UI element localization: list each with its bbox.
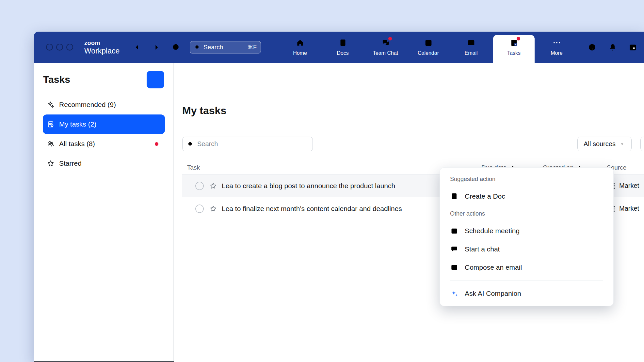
task-complete-checkbox[interactable] [195,181,204,190]
menu-item-create-doc[interactable]: Create a Doc [440,187,613,205]
docs-icon [338,38,347,47]
sidebar-item-recommended[interactable]: Recommended (9) [43,95,165,114]
zoom-workplace-window: zoom Workplace Search ⌘F [34,32,644,362]
page-title: My tasks [182,105,226,117]
menu-divider [450,280,603,280]
task-actions-menu: Suggested action Create a Doc Other acti… [440,167,614,306]
back-button[interactable] [133,43,141,53]
sidebar-item-all-tasks[interactable]: All tasks (8) [43,134,165,154]
sidebar-item-label: All tasks (8) [59,140,95,148]
team-chat-notification-dot [388,37,392,40]
star-icon [47,159,55,167]
top-header: zoom Workplace Search ⌘F [34,32,644,63]
calendar-icon [424,38,433,47]
chat-bubble-icon [450,245,459,253]
sidebar-item-label: Starred [59,159,82,167]
email-icon [467,38,476,47]
sources-filter-dropdown[interactable]: All sources [577,137,632,151]
menu-item-ask-ai-companion[interactable]: Ask AI Companion [440,284,613,303]
sparkles-icon [47,101,55,109]
nav-home[interactable]: Home [279,32,321,63]
sources-filter-label: All sources [584,140,616,148]
nav-calendar[interactable]: Calendar [407,32,450,63]
window-close-button[interactable] [46,44,53,51]
task-search-input[interactable] [197,140,308,148]
add-task-button[interactable] [189,227,198,235]
nav-docs[interactable]: Docs [321,32,364,63]
window-bottom-edge [34,361,174,362]
help-button[interactable] [588,43,597,53]
sidebar-title: Tasks [43,74,70,85]
global-search-placeholder: Search [203,44,223,51]
star-task-button[interactable] [209,205,217,213]
nav-team-chat-label: Team Chat [373,51,398,56]
home-icon [296,38,305,47]
nav-email[interactable]: Email [450,32,492,63]
nav-team-chat[interactable]: Team Chat [364,32,407,63]
nav-email-label: Email [464,51,477,56]
people-icon [47,140,55,148]
zoom-logo-text: zoom [84,40,120,46]
my-tasks-icon [47,120,55,128]
task-title: Lea to create a blog post to announce th… [222,182,395,190]
star-task-button[interactable] [209,182,217,190]
all-tasks-notification-dot [155,142,158,146]
bell-icon [608,43,617,52]
sidebar-item-label: Recommended (9) [59,101,116,109]
nav-tasks-label: Tasks [507,51,521,56]
top-navigation: Home Docs Team Chat [279,32,578,63]
nav-more[interactable]: More [535,32,578,63]
zoom-workplace-logo: zoom Workplace [84,40,120,55]
forward-button[interactable] [152,43,161,53]
tasks-notification-dot [517,37,520,40]
task-search[interactable] [182,137,313,151]
nav-home-label: Home [293,51,307,56]
menu-item-start-chat[interactable]: Start a chat [440,240,613,258]
nav-calendar-label: Calendar [418,51,439,56]
chevron-right-icon [152,43,161,52]
suggested-action-label: Suggested action [440,171,613,187]
envelope-icon [450,263,459,272]
sidebar-item-my-tasks[interactable]: My tasks (2) [43,114,165,134]
history-button[interactable] [171,42,180,53]
column-header-task: Task [187,164,200,171]
other-actions-label: Other actions [440,205,613,222]
menu-item-compose-email[interactable]: Compose an email [440,258,613,277]
calendar-date-icon [628,43,637,52]
nav-more-label: More [551,51,562,56]
window-controls [46,44,73,51]
help-icon [588,43,597,52]
search-icon [187,141,194,148]
search-shortcut: ⌘F [247,44,257,51]
task-complete-checkbox[interactable] [195,204,204,213]
plus-icon [151,75,160,84]
chevron-down-icon [619,141,625,147]
doc-icon [450,192,459,201]
calendar-panel-button[interactable] [628,43,637,53]
calendar-plus-icon [450,227,459,235]
nav-tasks[interactable]: Tasks [492,32,535,63]
chevron-left-icon [133,43,141,52]
desktop: zoom Workplace Search ⌘F [0,0,644,362]
window-minimize-button[interactable] [56,44,63,51]
task-title: Lea to finalize next month’s content cal… [222,205,402,213]
source-label: Market [619,205,639,212]
global-search[interactable]: Search ⌘F [190,41,261,53]
workplace-logo-text: Workplace [84,47,120,55]
plus-icon [189,227,198,235]
history-icon [171,42,180,52]
more-icon [552,38,561,47]
search-icon [194,44,201,51]
clipped-filter-control[interactable] [640,137,644,151]
window-zoom-button[interactable] [66,44,73,51]
tasks-sidebar: Tasks Recommended (9) M [34,63,174,362]
sidebar-item-label: My tasks (2) [59,120,96,128]
new-task-button[interactable] [147,71,164,88]
notifications-button[interactable] [608,43,617,53]
menu-item-schedule-meeting[interactable]: Schedule meeting [440,222,613,240]
source-label: Market [619,182,639,189]
sidebar-item-starred[interactable]: Starred [43,154,165,173]
nav-docs-label: Docs [337,51,348,56]
sidebar-menu: Recommended (9) My tasks (2) All tasks (… [43,95,165,173]
ai-companion-icon [450,289,459,298]
